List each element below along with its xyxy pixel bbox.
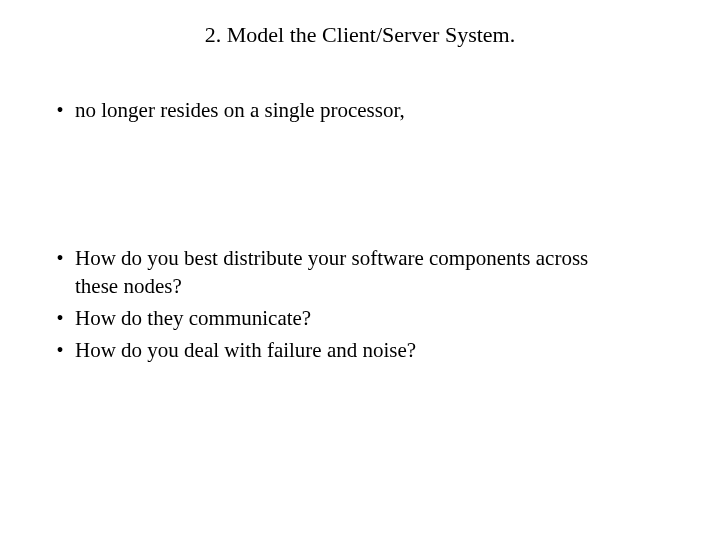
bullet-item: • How do you deal with failure and noise…	[45, 336, 675, 364]
bullet-text: How do you deal with failure and noise?	[75, 336, 456, 364]
bullet-marker: •	[45, 304, 75, 332]
slide-container: 2. Model the Client/Server System. • no …	[0, 0, 720, 540]
bullet-text: How do you best distribute your software…	[75, 244, 675, 300]
bullet-item: • How do they communicate?	[45, 304, 675, 332]
bullet-text: How do they communicate?	[75, 304, 351, 332]
bullet-marker: •	[45, 244, 75, 272]
bullet-group-1: • no longer resides on a single processo…	[45, 96, 675, 124]
bullet-marker: •	[45, 336, 75, 364]
bullet-item: • no longer resides on a single processo…	[45, 96, 675, 124]
bullet-group-2: • How do you best distribute your softwa…	[45, 244, 675, 364]
bullet-item: • How do you best distribute your softwa…	[45, 244, 675, 300]
bullet-marker: •	[45, 96, 75, 124]
bullet-text: no longer resides on a single processor,	[75, 96, 445, 124]
slide-title: 2. Model the Client/Server System.	[45, 22, 675, 48]
